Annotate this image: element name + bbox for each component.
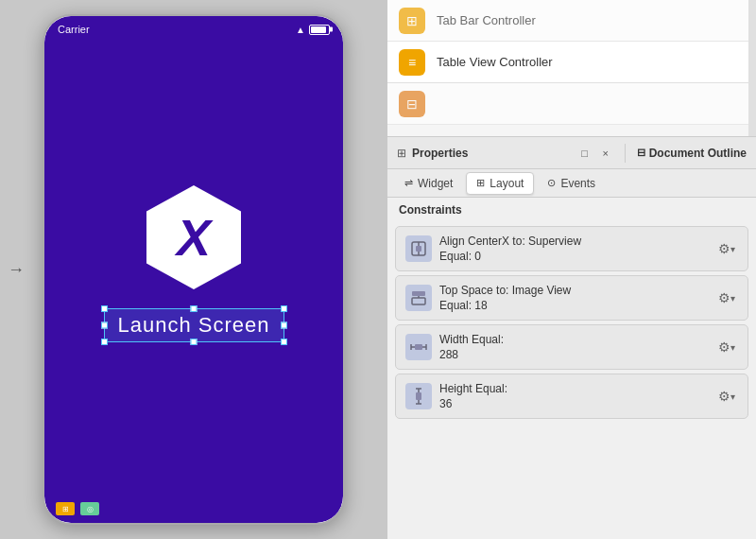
resize-button[interactable]: □ [577,146,593,161]
tab-widget[interactable]: ⇌ Widget [395,172,462,195]
list-item[interactable]: ⊟ [387,83,756,125]
constraint-value-top-space: Equal: 18 [439,299,708,312]
constraint-gear-align-centerx[interactable]: ⚙ ▾ [715,237,738,260]
constraint-text-align-centerx: Align CenterX to: Superview Equal: 0 [439,235,708,263]
status-bar-right: ▲ [296,25,330,35]
chevron-down-icon: ▾ [730,244,735,254]
logo-area: X Launch Screen [104,43,284,523]
tab-row: ⇌ Widget ⊞ Layout ⊙ Events [387,169,756,198]
constraint-text-width: Width Equal: 288 [439,333,708,361]
properties-icon: ⊞ [397,147,406,160]
layout-tab-icon: ⊞ [476,177,485,189]
carrier-label: Carrier [58,24,90,35]
panel-divider [625,144,626,163]
constraint-gear-top-space[interactable]: ⚙ ▾ [715,287,738,309]
bottom-icons: ⊞ ◎ [56,502,99,515]
constraint-title-align-centerx: Align CenterX to: Superview [439,235,708,248]
doc-outline-button[interactable]: ⊟ Document Outline [637,147,747,160]
chevron-down-icon: ▾ [730,342,735,353]
panel-header-left: ⊞ Properties [397,147,570,160]
svg-rect-9 [415,344,422,350]
handle-top-mid [191,305,198,312]
handle-bottom-mid [191,339,198,345]
constraint-row-top-space[interactable]: Top Space to: Image View Equal: 18 ⚙ ▾ [395,275,748,321]
tab-layout[interactable]: ⊞ Layout [466,172,534,195]
constraint-icon-width [405,334,432,360]
handle-bottom-left [101,339,108,345]
svg-rect-13 [416,392,421,400]
constraint-text-top-space: Top Space to: Image View Equal: 18 [439,284,708,312]
list-icon-tabbar: ⊞ [399,8,425,34]
bottom-icon-1[interactable]: ⊞ [56,502,75,515]
list-item-text-tableview: Table View Controller [437,55,553,69]
panel-header: ⊞ Properties □ × ⊟ Document Outline [387,137,756,169]
gear-icon: ⚙ [718,290,730,305]
properties-title: Properties [412,147,468,160]
storyboard-canvas: → Carrier ▲ X [0,0,387,539]
battery-icon [309,25,330,35]
constraint-gear-width[interactable]: ⚙ ▾ [715,336,738,358]
doc-outline-icon: ⊟ [637,147,645,159]
xamarin-logo: X [142,185,246,289]
constraint-row-align-centerx[interactable]: Align CenterX to: Superview Equal: 0 ⚙ ▾ [395,226,748,271]
handle-top-right [281,305,287,312]
chevron-down-icon: ▾ [730,391,735,402]
tab-events[interactable]: ⊙ Events [538,172,605,195]
widget-tab-icon: ⇌ [404,177,413,189]
handle-mid-left [101,322,108,329]
status-bar: Carrier ▲ [44,16,343,43]
list-area: ⊞ Tab Bar Controller ≡ Table View Contro… [387,0,756,137]
list-item[interactable]: ≡ Table View Controller [387,42,756,83]
gear-icon: ⚙ [718,241,730,256]
svg-rect-3 [412,291,425,296]
iphone-frame: Carrier ▲ X [43,14,345,525]
constraints-header: Constraints [387,198,756,222]
events-tab-label: Events [560,177,595,190]
bottom-icon-2[interactable]: ◎ [80,502,99,515]
constraint-title-top-space: Top Space to: Image View [439,284,708,297]
scene-arrow: → [8,260,25,280]
x-letter: X [177,212,211,263]
constraint-value-width: 288 [439,348,708,361]
launch-screen-label: Launch Screen [118,313,270,337]
list-icon-tableview: ≡ [399,49,425,76]
constraints-list: Align CenterX to: Superview Equal: 0 ⚙ ▾ [387,222,756,539]
panel-header-icons: □ × [577,146,613,161]
list-icon-viewcontroller: ⊟ [399,91,425,117]
iphone-screen: Carrier ▲ X [44,16,343,523]
constraint-icon-top-space [405,285,432,311]
svg-rect-4 [412,298,425,304]
widget-tab-label: Widget [418,177,453,190]
constraint-row-width[interactable]: Width Equal: 288 ⚙ ▾ [395,324,748,370]
launch-label-wrapper[interactable]: Launch Screen [104,308,284,342]
constraint-title-width: Width Equal: [439,333,708,346]
list-scroll [748,0,756,136]
events-tab-icon: ⊙ [547,177,556,189]
hexagon-shape: X [146,185,241,289]
constraint-value-height: 36 [439,397,708,410]
svg-rect-2 [416,246,421,252]
list-item[interactable]: ⊞ Tab Bar Controller [387,0,756,42]
constraint-text-height: Height Equal: 36 [439,382,708,410]
right-panel: ⊞ Tab Bar Controller ≡ Table View Contro… [387,0,756,539]
close-button[interactable]: × [598,146,613,161]
layout-tab-label: Layout [490,177,524,190]
constraint-icon-height [405,383,432,409]
constraint-value-align-centerx: Equal: 0 [439,250,708,263]
gear-icon: ⚙ [718,339,730,355]
list-item-text-tabbar: Tab Bar Controller [437,13,536,27]
constraint-gear-height[interactable]: ⚙ ▾ [715,385,738,408]
handle-mid-right [281,322,287,329]
chevron-down-icon: ▾ [730,293,735,304]
doc-outline-label: Document Outline [649,147,747,160]
constraint-row-height[interactable]: Height Equal: 36 ⚙ ▾ [395,374,748,419]
handle-bottom-right [281,339,287,345]
properties-panel: ⊞ Properties □ × ⊟ Document Outline ⇌ Wi… [387,137,756,539]
constraint-icon-align-centerx [405,235,432,262]
gear-icon: ⚙ [718,389,730,404]
constraint-title-height: Height Equal: [439,382,708,395]
handle-top-left [101,305,108,312]
launch-label-selection: Launch Screen [104,308,284,342]
